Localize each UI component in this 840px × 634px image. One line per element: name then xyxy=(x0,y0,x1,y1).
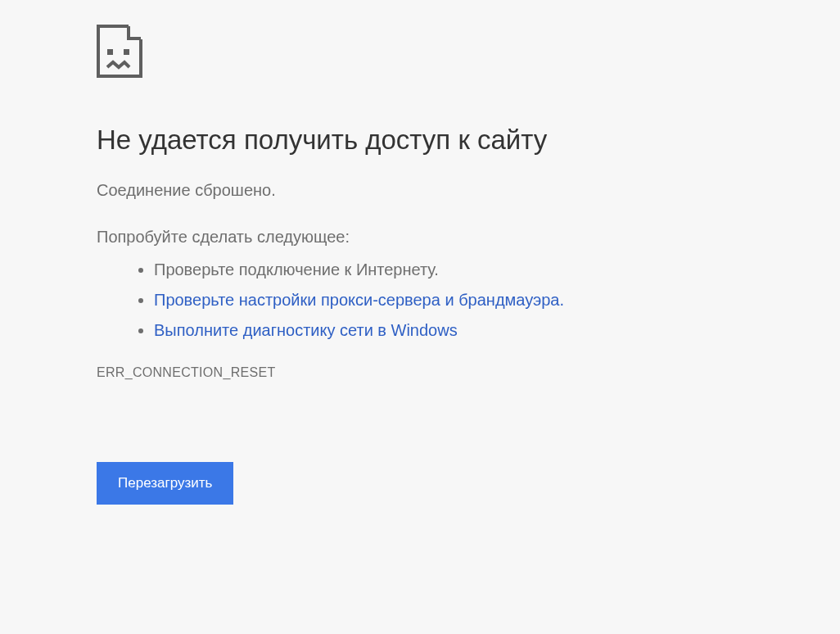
proxy-firewall-link[interactable]: Проверьте настройки прокси-сервера и бра… xyxy=(154,291,564,309)
error-code: ERR_CONNECTION_RESET xyxy=(97,365,840,380)
error-subtitle: Соединение сброшено. xyxy=(97,181,840,200)
reload-button[interactable]: Перезагрузить xyxy=(97,462,233,505)
svg-rect-3 xyxy=(107,49,113,55)
network-diagnostics-link[interactable]: Выполните диагностику сети в Windows xyxy=(154,321,458,339)
suggestion-item: Проверьте настройки прокси-сервера и бра… xyxy=(154,285,840,315)
error-title: Не удается получить доступ к сайту xyxy=(97,123,840,158)
sad-page-icon xyxy=(97,25,142,78)
error-icon-wrapper xyxy=(97,25,840,78)
suggestion-item: Проверьте подключение к Интернету. xyxy=(154,255,840,285)
suggestions-list: Проверьте подключение к Интернету. Прове… xyxy=(97,255,840,346)
svg-rect-4 xyxy=(124,49,129,55)
suggestion-item: Выполните диагностику сети в Windows xyxy=(154,315,840,346)
suggestions-intro: Попробуйте сделать следующее: xyxy=(97,228,840,247)
